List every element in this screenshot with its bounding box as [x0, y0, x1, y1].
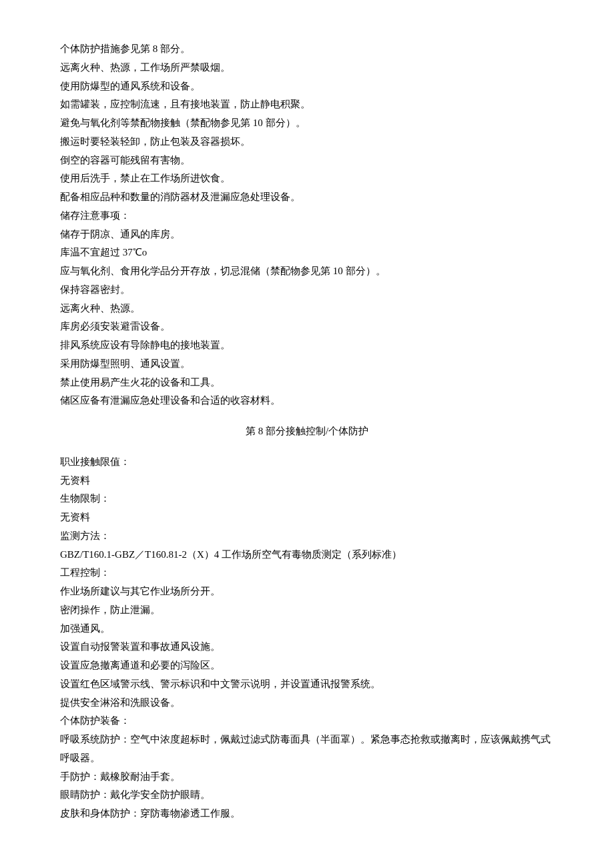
section-8-title: 第 8 部分接触控制/个体防护	[60, 422, 554, 441]
text-line: 库房必须安装避雷设备。	[60, 318, 554, 336]
text-line: 避免与氧化剂等禁配物接触（禁配物参见第 10 部分）。	[60, 114, 554, 133]
text-line: 无资料	[60, 508, 554, 527]
section-7-body: 个体防护措施参见第 8 部分。 远离火种、热源，工作场所严禁吸烟。 使用防爆型的…	[60, 40, 554, 410]
text-line: GBZ/T160.1-GBZ／T160.81-2（X）4 工作场所空气有毒物质测…	[60, 546, 554, 564]
text-line: 手防护：戴橡胶耐油手套。	[60, 768, 554, 787]
text-line: 眼睛防护：戴化学安全防护眼睛。	[60, 786, 554, 805]
section-8-body: 职业接触限值： 无资料 生物限制： 无资料 监测方法： GBZ/T160.1-G…	[60, 453, 554, 823]
text-line: 禁止使用易产生火花的设备和工具。	[60, 374, 554, 392]
text-line: 使用防爆型的通风系统和设备。	[60, 77, 554, 96]
text-line: 职业接触限值：	[60, 453, 554, 472]
text-line: 储存注意事项：	[60, 207, 554, 226]
text-line: 提供安全淋浴和洗眼设备。	[60, 694, 554, 713]
document-content: 个体防护措施参见第 8 部分。 远离火种、热源，工作场所严禁吸烟。 使用防爆型的…	[60, 40, 554, 823]
text-line: 倒空的容器可能残留有害物。	[60, 151, 554, 170]
text-line: 保持容器密封。	[60, 281, 554, 300]
text-line: 储区应备有泄漏应急处理设备和合适的收容材料。	[60, 392, 554, 410]
text-line: 设置应急撤离通道和必要的泻险区。	[60, 657, 554, 675]
text-line: 远离火种、热源。	[60, 300, 554, 318]
text-line: 个体防护装备：	[60, 712, 554, 731]
text-line: 配备相应品种和数量的消防器材及泄漏应急处理设备。	[60, 188, 554, 207]
text-line: 储存于阴凉、通风的库房。	[60, 226, 554, 244]
text-line: 排风系统应设有导除静电的接地装置。	[60, 336, 554, 355]
text-line: 设置红色区域警示线、警示标识和中文警示说明，并设置通讯报警系统。	[60, 675, 554, 694]
text-line: 呼吸系统防护：空气中浓度超标时，佩戴过滤式防毒面具（半面罩）。紧急事态抢救或撤离…	[60, 731, 554, 768]
text-line: 个体防护措施参见第 8 部分。	[60, 40, 554, 59]
text-line: 搬运时要轻装轻卸，防止包装及容器损坏。	[60, 133, 554, 151]
text-line: 使用后洗手，禁止在工作场所进饮食。	[60, 169, 554, 188]
text-line: 如需罐装，应控制流速，且有接地装置，防止静电积聚。	[60, 95, 554, 114]
text-line: 远离火种、热源，工作场所严禁吸烟。	[60, 59, 554, 77]
text-line: 密闭操作，防止泄漏。	[60, 601, 554, 620]
text-line: 生物限制：	[60, 490, 554, 508]
text-line: 皮肤和身体防护：穿防毒物渗透工作服。	[60, 805, 554, 823]
text-line: 监测方法：	[60, 527, 554, 546]
text-line: 采用防爆型照明、通风设置。	[60, 355, 554, 374]
text-line: 库温不宜超过 37℃o	[60, 244, 554, 262]
text-line: 工程控制：	[60, 564, 554, 582]
text-line: 作业场所建议与其它作业场所分开。	[60, 582, 554, 601]
text-line: 加强通风。	[60, 620, 554, 638]
text-line: 应与氧化剂、食用化学品分开存放，切忌混储（禁配物参见第 10 部分）。	[60, 262, 554, 281]
text-line: 设置自动报警装置和事故通风设施。	[60, 638, 554, 657]
text-line: 无资料	[60, 472, 554, 490]
